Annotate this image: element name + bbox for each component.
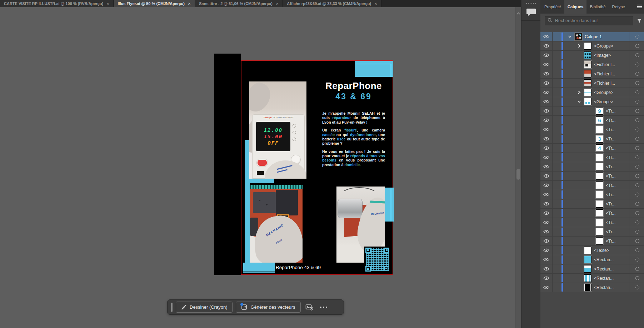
target-circle-icon[interactable] bbox=[635, 183, 639, 187]
visibility-eye-icon[interactable] bbox=[540, 88, 553, 97]
target-circle-icon[interactable] bbox=[635, 72, 639, 76]
target-circle-icon[interactable] bbox=[635, 81, 639, 85]
layer-row[interactable]: <Image> bbox=[540, 51, 644, 60]
panel-menu-icon[interactable] bbox=[637, 5, 642, 9]
layer-row[interactable]: <Rectan... bbox=[540, 283, 644, 292]
target-circle-icon[interactable] bbox=[635, 211, 639, 215]
layer-row[interactable]: 9<Tr... bbox=[540, 106, 644, 116]
lock-cell[interactable] bbox=[553, 227, 561, 236]
lock-cell[interactable] bbox=[553, 125, 561, 134]
lock-cell[interactable] bbox=[553, 51, 561, 60]
layer-row[interactable]: <Fichier l... bbox=[540, 60, 644, 69]
lock-cell[interactable] bbox=[553, 162, 561, 171]
lock-cell[interactable] bbox=[553, 60, 561, 69]
target-circle-icon[interactable] bbox=[635, 220, 639, 224]
lock-cell[interactable] bbox=[553, 144, 561, 153]
lock-cell[interactable] bbox=[553, 134, 561, 143]
target-circle-icon[interactable] bbox=[635, 155, 639, 159]
panel-tab-retype[interactable]: Retype bbox=[609, 0, 628, 14]
visibility-eye-icon[interactable] bbox=[540, 199, 553, 208]
panel-tab-propri-t-[interactable]: Propriété bbox=[541, 0, 564, 14]
visibility-eye-icon[interactable] bbox=[540, 106, 553, 115]
visibility-eye-icon[interactable] bbox=[540, 209, 553, 218]
expand-chevron-icon[interactable] bbox=[576, 99, 582, 105]
filter-funnel-icon[interactable] bbox=[637, 18, 642, 25]
lock-cell[interactable] bbox=[553, 106, 561, 115]
generate-vectors-button[interactable]: Générer des vecteurs bbox=[236, 302, 300, 313]
visibility-eye-icon[interactable] bbox=[540, 283, 553, 292]
target-circle-icon[interactable] bbox=[635, 258, 639, 262]
lock-cell[interactable] bbox=[553, 218, 561, 227]
expand-chevron-icon[interactable] bbox=[567, 34, 573, 40]
visibility-eye-icon[interactable] bbox=[540, 255, 553, 264]
target-circle-icon[interactable] bbox=[635, 267, 639, 271]
canvas-vertical-scrollbar[interactable] bbox=[515, 7, 521, 328]
target-circle-icon[interactable] bbox=[635, 146, 639, 150]
lock-cell[interactable] bbox=[553, 172, 561, 180]
target-circle-icon[interactable] bbox=[635, 230, 639, 234]
visibility-eye-icon[interactable] bbox=[540, 134, 553, 143]
target-circle-icon[interactable] bbox=[635, 165, 639, 169]
lock-cell[interactable] bbox=[553, 181, 561, 190]
lock-cell[interactable] bbox=[553, 274, 561, 283]
lock-cell[interactable] bbox=[553, 153, 561, 162]
target-circle-icon[interactable] bbox=[635, 239, 639, 243]
target-circle-icon[interactable] bbox=[635, 35, 639, 39]
expand-chevron-icon[interactable] bbox=[576, 43, 582, 49]
contextual-taskbar[interactable]: Dessiner (Crayon) Générer des vecteurs bbox=[167, 299, 344, 315]
target-circle-icon[interactable] bbox=[635, 128, 639, 131]
lock-cell[interactable] bbox=[553, 97, 561, 106]
target-circle-icon[interactable] bbox=[635, 285, 639, 289]
visibility-eye-icon[interactable] bbox=[540, 51, 553, 60]
layer-row[interactable]: <Texte> bbox=[540, 246, 644, 255]
target-circle-icon[interactable] bbox=[635, 90, 639, 94]
target-circle-icon[interactable] bbox=[635, 118, 639, 122]
panel-tab-calques[interactable]: Calques bbox=[564, 0, 587, 14]
visibility-eye-icon[interactable] bbox=[540, 144, 553, 153]
document-tab[interactable]: Affiche rp43&69.ai @ 33,33 % (CMJN/Aperç… bbox=[283, 0, 381, 7]
layer-row[interactable]: <Tr... bbox=[540, 172, 644, 181]
tab-close-icon[interactable]: ✕ bbox=[276, 2, 279, 6]
lock-cell[interactable] bbox=[553, 88, 561, 97]
visibility-eye-icon[interactable] bbox=[540, 60, 553, 69]
image-add-icon[interactable] bbox=[304, 304, 315, 310]
layer-row[interactable]: <Groupe> bbox=[540, 88, 644, 97]
layer-row[interactable]: <Tr... bbox=[540, 153, 644, 162]
visibility-eye-icon[interactable] bbox=[540, 246, 553, 255]
flyer-bleed-strip[interactable] bbox=[214, 54, 241, 275]
target-circle-icon[interactable] bbox=[635, 109, 639, 113]
lock-cell[interactable] bbox=[553, 69, 561, 78]
expand-chevron-icon[interactable] bbox=[576, 90, 582, 95]
visibility-eye-icon[interactable] bbox=[540, 69, 553, 78]
target-circle-icon[interactable] bbox=[635, 248, 639, 252]
lock-cell[interactable] bbox=[553, 32, 561, 41]
lock-cell[interactable] bbox=[553, 209, 561, 218]
visibility-eye-icon[interactable] bbox=[540, 41, 553, 50]
scrollbar-thumb[interactable] bbox=[516, 169, 520, 180]
lock-cell[interactable] bbox=[553, 199, 561, 208]
visibility-eye-icon[interactable] bbox=[540, 32, 553, 41]
panel-drag-handle[interactable] bbox=[526, 3, 536, 4]
layer-row[interactable]: <Rectan... bbox=[540, 264, 644, 274]
visibility-eye-icon[interactable] bbox=[540, 274, 553, 283]
taskbar-grip-handle[interactable] bbox=[171, 303, 173, 312]
document-tab[interactable]: Illus Flyer.ai @ 50 % (CMJN/Aperçu)✕ bbox=[114, 0, 195, 7]
visibility-eye-icon[interactable] bbox=[540, 172, 553, 180]
layer-row[interactable]: <Fichier l... bbox=[540, 79, 644, 88]
layer-row[interactable]: <Tr... bbox=[540, 125, 644, 134]
layer-row[interactable]: <Tr... bbox=[540, 227, 644, 237]
visibility-eye-icon[interactable] bbox=[540, 264, 553, 273]
lock-cell[interactable] bbox=[553, 190, 561, 199]
lock-cell[interactable] bbox=[553, 283, 561, 292]
layer-row[interactable]: <Rectan... bbox=[540, 274, 644, 283]
visibility-eye-icon[interactable] bbox=[540, 227, 553, 236]
visibility-eye-icon[interactable] bbox=[540, 218, 553, 227]
target-circle-icon[interactable] bbox=[635, 174, 639, 178]
lock-cell[interactable] bbox=[553, 237, 561, 245]
document-tab[interactable]: CARTE VISITE RP ILLUSTR.ai @ 100 % (RVB/… bbox=[0, 0, 114, 7]
panel-tab-biblioth-[interactable]: Bibliothè bbox=[586, 0, 609, 14]
layer-row[interactable]: <Tr... bbox=[540, 199, 644, 209]
layer-row[interactable]: <Groupe> bbox=[540, 41, 644, 51]
lock-cell[interactable] bbox=[553, 255, 561, 264]
lock-cell[interactable] bbox=[553, 246, 561, 255]
